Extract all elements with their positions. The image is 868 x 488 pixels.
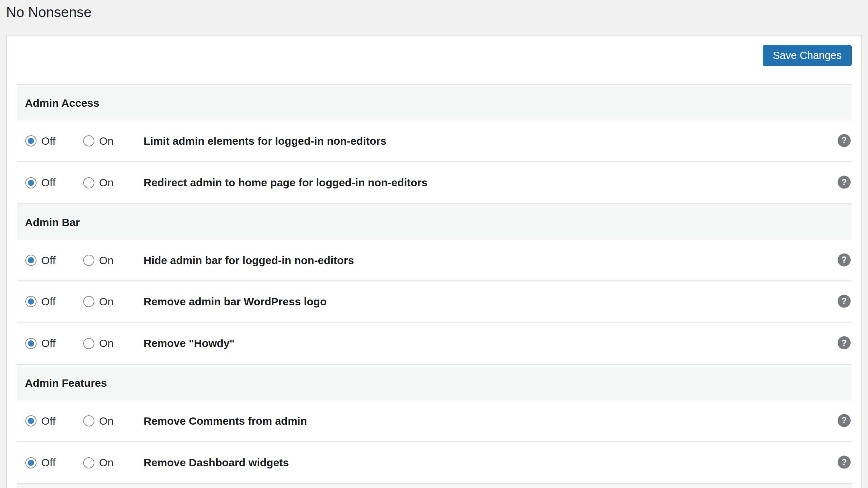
setting-row: Off On Hide admin bar for logged-in non-… (17, 240, 852, 281)
radio-on-icon[interactable] (83, 135, 94, 147)
radio-off-label: Off (41, 177, 55, 189)
radio-option-off[interactable]: Off (25, 296, 55, 308)
setting-label: Remove "Howdy" (144, 337, 235, 349)
settings-section: Admin Bar Off On Hide admin bar for logg… (17, 203, 852, 364)
radio-on-label: On (99, 177, 114, 189)
radio-on-label: On (99, 337, 114, 349)
page-title: No Nonsense (6, 4, 92, 20)
section-header-partial (17, 483, 852, 488)
radio-option-on[interactable]: On (83, 457, 114, 469)
settings-section: Admin Features Off On Remove Comments fr… (17, 364, 852, 483)
setting-row: Off On Remove admin bar WordPress logo ? (17, 281, 852, 323)
radio-off-icon[interactable] (25, 338, 37, 349)
help-icon[interactable]: ? (838, 134, 851, 147)
settings-card: Save Changes Admin Access Off On Limit a… (7, 35, 862, 488)
radio-on-label: On (99, 415, 114, 427)
setting-row: Off On Limit admin elements for logged-i… (17, 121, 852, 162)
radio-off-icon[interactable] (25, 296, 37, 307)
radio-option-off[interactable]: Off (25, 337, 55, 349)
setting-row: Off On Remove Comments from admin ? (17, 401, 852, 442)
radio-option-on[interactable]: On (83, 177, 114, 189)
radio-option-off[interactable]: Off (25, 135, 55, 147)
radio-off-label: Off (41, 457, 55, 469)
help-icon[interactable]: ? (838, 336, 851, 349)
radio-on-label: On (99, 135, 114, 147)
radio-off-label: Off (41, 254, 55, 267)
help-icon[interactable]: ? (838, 176, 851, 189)
section-header: Admin Access (17, 84, 852, 121)
radio-option-off[interactable]: Off (25, 177, 55, 189)
setting-row: Off On Remove "Howdy" ? (17, 323, 852, 364)
radio-on-icon[interactable] (83, 415, 94, 427)
radio-option-on[interactable]: On (83, 254, 114, 267)
radio-option-on[interactable]: On (83, 135, 114, 147)
setting-label: Limit admin elements for logged-in non-e… (144, 135, 387, 147)
radio-option-on[interactable]: On (83, 415, 114, 427)
help-icon[interactable]: ? (838, 294, 851, 307)
radio-on-label: On (99, 254, 114, 267)
setting-label: Remove Dashboard widgets (144, 457, 289, 469)
setting-label: Redirect admin to home page for logged-i… (144, 177, 427, 189)
radio-off-icon[interactable] (25, 135, 37, 147)
help-icon[interactable]: ? (838, 253, 851, 266)
help-icon[interactable]: ? (838, 414, 851, 427)
radio-off-label: Off (41, 337, 55, 349)
radio-off-icon[interactable] (25, 177, 37, 188)
toolbar: Save Changes (17, 45, 852, 66)
section-header: Admin Features (17, 364, 852, 401)
radio-on-icon[interactable] (83, 177, 94, 188)
radio-off-icon[interactable] (25, 255, 37, 266)
radio-off-icon[interactable] (25, 415, 37, 427)
setting-row: Off On Remove Dashboard widgets ? (17, 442, 852, 483)
section-rows: Off On Remove Comments from admin ? Off … (17, 401, 852, 483)
radio-on-label: On (99, 296, 114, 308)
save-changes-button[interactable]: Save Changes (763, 45, 852, 66)
radio-on-icon[interactable] (83, 457, 94, 468)
radio-option-on[interactable]: On (83, 337, 114, 349)
section-rows: Off On Limit admin elements for logged-i… (17, 121, 852, 203)
radio-on-label: On (99, 457, 114, 469)
setting-label: Hide admin bar for logged-in non-editors (144, 254, 354, 267)
setting-row: Off On Redirect admin to home page for l… (17, 162, 852, 203)
radio-on-icon[interactable] (83, 255, 94, 266)
radio-option-off[interactable]: Off (25, 254, 55, 267)
radio-off-icon[interactable] (25, 457, 37, 468)
radio-off-label: Off (41, 296, 55, 308)
radio-option-off[interactable]: Off (25, 457, 55, 469)
settings-section: Admin Access Off On Limit admin elements… (17, 84, 852, 203)
setting-label: Remove admin bar WordPress logo (144, 296, 327, 308)
radio-option-on[interactable]: On (83, 296, 114, 308)
section-header: Admin Bar (17, 203, 852, 240)
radio-on-icon[interactable] (83, 296, 94, 307)
radio-on-icon[interactable] (83, 338, 94, 349)
setting-label: Remove Comments from admin (144, 415, 307, 427)
radio-off-label: Off (41, 135, 55, 147)
radio-off-label: Off (41, 415, 55, 427)
radio-option-off[interactable]: Off (25, 415, 55, 427)
settings-sections: Admin Access Off On Limit admin elements… (17, 84, 852, 488)
help-icon[interactable]: ? (838, 456, 851, 469)
section-rows: Off On Hide admin bar for logged-in non-… (17, 240, 852, 364)
